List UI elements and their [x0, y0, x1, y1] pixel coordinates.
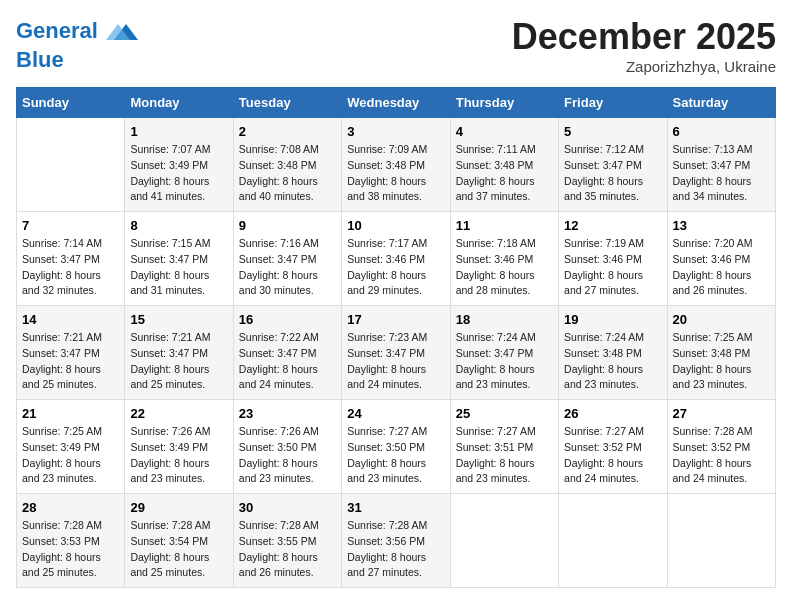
- day-number: 19: [564, 312, 661, 327]
- day-info: Sunrise: 7:18 AMSunset: 3:46 PMDaylight:…: [456, 236, 553, 299]
- day-cell: 6Sunrise: 7:13 AMSunset: 3:47 PMDaylight…: [667, 118, 775, 212]
- day-cell: 29Sunrise: 7:28 AMSunset: 3:54 PMDayligh…: [125, 494, 233, 588]
- logo-blue: Blue: [16, 48, 138, 72]
- day-cell: 24Sunrise: 7:27 AMSunset: 3:50 PMDayligh…: [342, 400, 450, 494]
- day-info: Sunrise: 7:25 AMSunset: 3:49 PMDaylight:…: [22, 424, 119, 487]
- day-cell: 12Sunrise: 7:19 AMSunset: 3:46 PMDayligh…: [559, 212, 667, 306]
- day-number: 28: [22, 500, 119, 515]
- week-row-5: 28Sunrise: 7:28 AMSunset: 3:53 PMDayligh…: [17, 494, 776, 588]
- day-cell: 16Sunrise: 7:22 AMSunset: 3:47 PMDayligh…: [233, 306, 341, 400]
- day-info: Sunrise: 7:28 AMSunset: 3:52 PMDaylight:…: [673, 424, 770, 487]
- day-info: Sunrise: 7:14 AMSunset: 3:47 PMDaylight:…: [22, 236, 119, 299]
- day-info: Sunrise: 7:20 AMSunset: 3:46 PMDaylight:…: [673, 236, 770, 299]
- day-number: 17: [347, 312, 444, 327]
- day-number: 31: [347, 500, 444, 515]
- day-number: 14: [22, 312, 119, 327]
- day-cell: 28Sunrise: 7:28 AMSunset: 3:53 PMDayligh…: [17, 494, 125, 588]
- day-cell: 1Sunrise: 7:07 AMSunset: 3:49 PMDaylight…: [125, 118, 233, 212]
- day-cell: 20Sunrise: 7:25 AMSunset: 3:48 PMDayligh…: [667, 306, 775, 400]
- day-number: 29: [130, 500, 227, 515]
- day-cell: 7Sunrise: 7:14 AMSunset: 3:47 PMDaylight…: [17, 212, 125, 306]
- day-info: Sunrise: 7:28 AMSunset: 3:55 PMDaylight:…: [239, 518, 336, 581]
- day-cell: 22Sunrise: 7:26 AMSunset: 3:49 PMDayligh…: [125, 400, 233, 494]
- day-number: 25: [456, 406, 553, 421]
- day-info: Sunrise: 7:26 AMSunset: 3:50 PMDaylight:…: [239, 424, 336, 487]
- day-number: 9: [239, 218, 336, 233]
- day-number: 16: [239, 312, 336, 327]
- day-number: 1: [130, 124, 227, 139]
- calendar-table: SundayMondayTuesdayWednesdayThursdayFrid…: [16, 87, 776, 588]
- day-cell: 26Sunrise: 7:27 AMSunset: 3:52 PMDayligh…: [559, 400, 667, 494]
- day-cell: [17, 118, 125, 212]
- day-number: 22: [130, 406, 227, 421]
- day-info: Sunrise: 7:21 AMSunset: 3:47 PMDaylight:…: [22, 330, 119, 393]
- logo-icon: [106, 16, 138, 48]
- day-number: 3: [347, 124, 444, 139]
- logo-text: General: [16, 16, 138, 48]
- day-info: Sunrise: 7:12 AMSunset: 3:47 PMDaylight:…: [564, 142, 661, 205]
- col-header-friday: Friday: [559, 88, 667, 118]
- day-number: 30: [239, 500, 336, 515]
- day-cell: 14Sunrise: 7:21 AMSunset: 3:47 PMDayligh…: [17, 306, 125, 400]
- day-number: 13: [673, 218, 770, 233]
- day-info: Sunrise: 7:27 AMSunset: 3:50 PMDaylight:…: [347, 424, 444, 487]
- day-info: Sunrise: 7:24 AMSunset: 3:48 PMDaylight:…: [564, 330, 661, 393]
- week-row-3: 14Sunrise: 7:21 AMSunset: 3:47 PMDayligh…: [17, 306, 776, 400]
- day-info: Sunrise: 7:28 AMSunset: 3:53 PMDaylight:…: [22, 518, 119, 581]
- day-info: Sunrise: 7:07 AMSunset: 3:49 PMDaylight:…: [130, 142, 227, 205]
- logo-general: General: [16, 18, 98, 43]
- title-block: December 2025 Zaporizhzhya, Ukraine: [512, 16, 776, 75]
- day-info: Sunrise: 7:16 AMSunset: 3:47 PMDaylight:…: [239, 236, 336, 299]
- day-cell: 3Sunrise: 7:09 AMSunset: 3:48 PMDaylight…: [342, 118, 450, 212]
- day-cell: 2Sunrise: 7:08 AMSunset: 3:48 PMDaylight…: [233, 118, 341, 212]
- day-cell: 13Sunrise: 7:20 AMSunset: 3:46 PMDayligh…: [667, 212, 775, 306]
- day-number: 7: [22, 218, 119, 233]
- day-number: 8: [130, 218, 227, 233]
- day-info: Sunrise: 7:19 AMSunset: 3:46 PMDaylight:…: [564, 236, 661, 299]
- day-info: Sunrise: 7:08 AMSunset: 3:48 PMDaylight:…: [239, 142, 336, 205]
- week-row-4: 21Sunrise: 7:25 AMSunset: 3:49 PMDayligh…: [17, 400, 776, 494]
- day-number: 20: [673, 312, 770, 327]
- day-info: Sunrise: 7:21 AMSunset: 3:47 PMDaylight:…: [130, 330, 227, 393]
- day-number: 10: [347, 218, 444, 233]
- day-cell: 17Sunrise: 7:23 AMSunset: 3:47 PMDayligh…: [342, 306, 450, 400]
- day-number: 5: [564, 124, 661, 139]
- day-number: 2: [239, 124, 336, 139]
- day-info: Sunrise: 7:17 AMSunset: 3:46 PMDaylight:…: [347, 236, 444, 299]
- week-row-1: 1Sunrise: 7:07 AMSunset: 3:49 PMDaylight…: [17, 118, 776, 212]
- day-number: 11: [456, 218, 553, 233]
- day-cell: 27Sunrise: 7:28 AMSunset: 3:52 PMDayligh…: [667, 400, 775, 494]
- day-info: Sunrise: 7:27 AMSunset: 3:51 PMDaylight:…: [456, 424, 553, 487]
- header-row: SundayMondayTuesdayWednesdayThursdayFrid…: [17, 88, 776, 118]
- day-cell: 31Sunrise: 7:28 AMSunset: 3:56 PMDayligh…: [342, 494, 450, 588]
- month-title: December 2025: [512, 16, 776, 58]
- day-cell: [667, 494, 775, 588]
- col-header-thursday: Thursday: [450, 88, 558, 118]
- col-header-wednesday: Wednesday: [342, 88, 450, 118]
- day-cell: 25Sunrise: 7:27 AMSunset: 3:51 PMDayligh…: [450, 400, 558, 494]
- day-number: 21: [22, 406, 119, 421]
- col-header-sunday: Sunday: [17, 88, 125, 118]
- day-number: 24: [347, 406, 444, 421]
- day-number: 12: [564, 218, 661, 233]
- day-cell: 10Sunrise: 7:17 AMSunset: 3:46 PMDayligh…: [342, 212, 450, 306]
- day-cell: 23Sunrise: 7:26 AMSunset: 3:50 PMDayligh…: [233, 400, 341, 494]
- col-header-saturday: Saturday: [667, 88, 775, 118]
- location-subtitle: Zaporizhzhya, Ukraine: [512, 58, 776, 75]
- day-cell: 5Sunrise: 7:12 AMSunset: 3:47 PMDaylight…: [559, 118, 667, 212]
- day-cell: 9Sunrise: 7:16 AMSunset: 3:47 PMDaylight…: [233, 212, 341, 306]
- col-header-monday: Monday: [125, 88, 233, 118]
- day-cell: [450, 494, 558, 588]
- day-cell: 18Sunrise: 7:24 AMSunset: 3:47 PMDayligh…: [450, 306, 558, 400]
- day-cell: 8Sunrise: 7:15 AMSunset: 3:47 PMDaylight…: [125, 212, 233, 306]
- day-cell: 19Sunrise: 7:24 AMSunset: 3:48 PMDayligh…: [559, 306, 667, 400]
- day-info: Sunrise: 7:15 AMSunset: 3:47 PMDaylight:…: [130, 236, 227, 299]
- day-info: Sunrise: 7:13 AMSunset: 3:47 PMDaylight:…: [673, 142, 770, 205]
- day-number: 6: [673, 124, 770, 139]
- day-info: Sunrise: 7:25 AMSunset: 3:48 PMDaylight:…: [673, 330, 770, 393]
- day-info: Sunrise: 7:24 AMSunset: 3:47 PMDaylight:…: [456, 330, 553, 393]
- day-number: 26: [564, 406, 661, 421]
- day-info: Sunrise: 7:28 AMSunset: 3:54 PMDaylight:…: [130, 518, 227, 581]
- col-header-tuesday: Tuesday: [233, 88, 341, 118]
- day-info: Sunrise: 7:28 AMSunset: 3:56 PMDaylight:…: [347, 518, 444, 581]
